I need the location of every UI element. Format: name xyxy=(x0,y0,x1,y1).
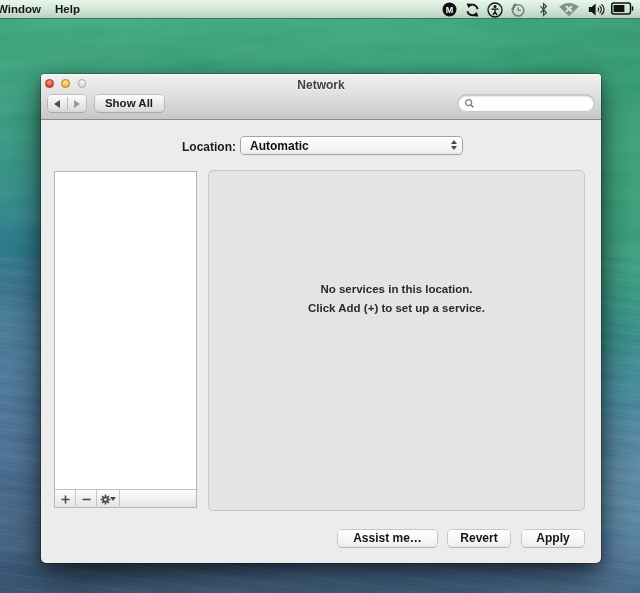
svg-text:M: M xyxy=(446,5,454,15)
